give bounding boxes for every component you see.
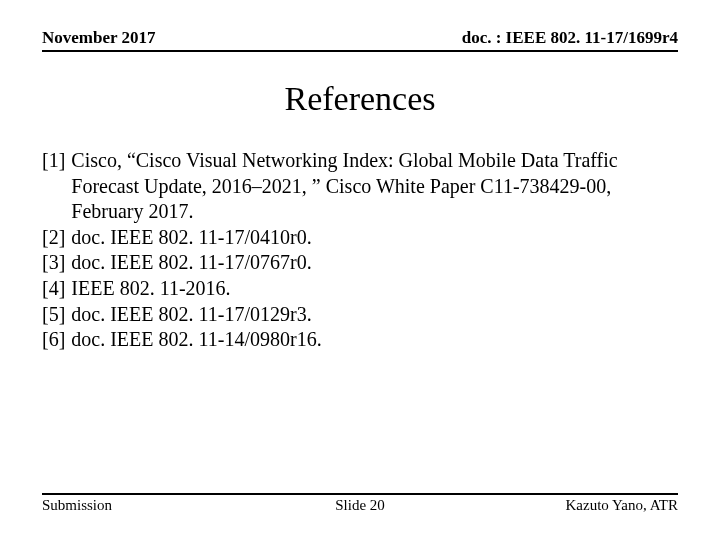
reference-number: [6] [42,327,71,353]
footer-slide-number: Slide 20 [335,497,385,514]
reference-number: [5] [42,302,71,328]
header-date: November 2017 [42,28,155,48]
footer-left: Submission [42,497,112,514]
reference-number: [1] [42,148,71,225]
slide-header: November 2017 doc. : IEEE 802. 11-17/169… [42,28,678,52]
header-docnum: doc. : IEEE 802. 11-17/1699r4 [462,28,678,48]
reference-item: [3] doc. IEEE 802. 11-17/0767r0. [42,250,678,276]
reference-item: [6] doc. IEEE 802. 11-14/0980r16. [42,327,678,353]
reference-text: Cisco, “Cisco Visual Networking Index: G… [71,148,678,225]
slide-footer: Submission Slide 20 Kazuto Yano, ATR [42,493,678,514]
reference-list: [1] Cisco, “Cisco Visual Networking Inde… [42,148,678,353]
reference-text: doc. IEEE 802. 11-14/0980r16. [71,327,678,353]
reference-text: IEEE 802. 11-2016. [71,276,678,302]
reference-item: [5] doc. IEEE 802. 11-17/0129r3. [42,302,678,328]
reference-item: [4] IEEE 802. 11-2016. [42,276,678,302]
reference-text: doc. IEEE 802. 11-17/0129r3. [71,302,678,328]
reference-item: [2] doc. IEEE 802. 11-17/0410r0. [42,225,678,251]
footer-author: Kazuto Yano, ATR [565,497,678,514]
reference-item: [1] Cisco, “Cisco Visual Networking Inde… [42,148,678,225]
reference-text: doc. IEEE 802. 11-17/0410r0. [71,225,678,251]
reference-number: [3] [42,250,71,276]
reference-number: [4] [42,276,71,302]
reference-number: [2] [42,225,71,251]
slide-title: References [42,80,678,118]
reference-text: doc. IEEE 802. 11-17/0767r0. [71,250,678,276]
